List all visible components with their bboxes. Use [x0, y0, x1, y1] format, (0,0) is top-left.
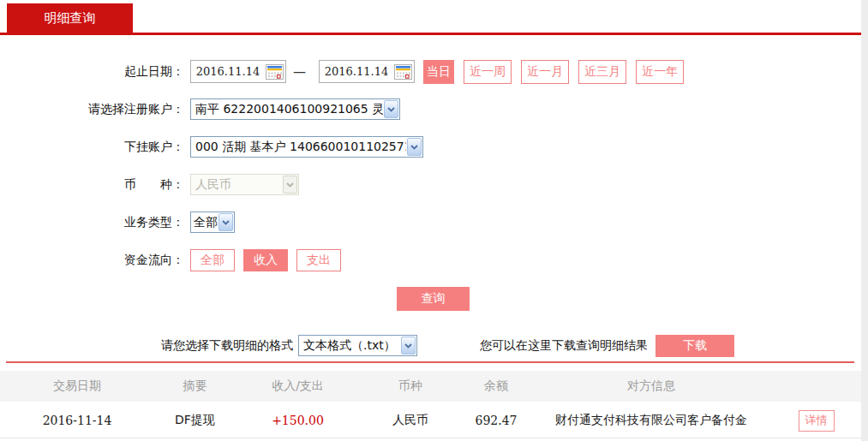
- calendar-icon[interactable]: [393, 63, 413, 80]
- business-type-select[interactable]: 全部: [190, 212, 235, 233]
- form-row-sub-account: 下挂账户： 000 活期 基本户 1406600101102571848: [0, 135, 861, 158]
- business-type-label: 业务类型：: [0, 215, 184, 230]
- cell-counterparty: 财付通支付科技有限公司客户备付金: [531, 413, 771, 428]
- cell-date: 2016-11-14: [0, 414, 154, 427]
- tab-detail-query[interactable]: 明细查询: [7, 3, 133, 33]
- quick-today-button[interactable]: 当日: [423, 60, 454, 84]
- quick-quarter-button[interactable]: 近三月: [578, 60, 626, 84]
- chevron-down-icon: [401, 337, 416, 355]
- sub-account-value: 000 活期 基本户 1406600101102571848: [191, 140, 406, 155]
- chevron-down-icon: [218, 213, 233, 231]
- sub-account-label: 下挂账户：: [0, 140, 184, 155]
- date-from-input[interactable]: 2016.11.14: [190, 60, 286, 83]
- quick-week-button[interactable]: 近一周: [464, 60, 512, 84]
- page: 明细查询 起止日期： 2016.11.14: [0, 0, 868, 441]
- download-format-select[interactable]: 文本格式（.txt）: [298, 335, 417, 356]
- fund-flow-all-button[interactable]: 全部: [190, 249, 235, 271]
- register-account-label: 请选择注册账户：: [0, 102, 184, 117]
- fund-flow-income-button[interactable]: 收入: [243, 249, 288, 271]
- form-row-fund-flow: 资金流向： 全部 收入 支出: [0, 248, 861, 271]
- table-top-divider: [6, 361, 854, 363]
- detail-button[interactable]: 详情: [799, 410, 835, 432]
- content: 明细查询 起止日期： 2016.11.14: [0, 0, 861, 438]
- header-in-out: 收入/支出: [236, 378, 360, 394]
- query-button[interactable]: 查询: [397, 287, 470, 311]
- register-account-select[interactable]: 南平 6222001406100921065 灵通卡: [190, 98, 400, 120]
- scrollbar-track[interactable]: [861, 0, 868, 441]
- business-type-value: 全部: [191, 215, 218, 230]
- header-balance: 余额: [461, 378, 531, 394]
- header-summary: 摘要: [154, 378, 236, 394]
- date-range-label: 起止日期：: [0, 64, 184, 80]
- cell-currency: 人民币: [360, 413, 461, 428]
- download-row: 请您选择下载明细的格式 文本格式（.txt） 您可以在这里下载查询明细结果 下载: [0, 334, 861, 357]
- download-hint: 您可以在这里下载查询明细结果: [480, 338, 648, 354]
- table-header: 交易日期 摘要 收入/支出 币种 余额 对方信息: [0, 371, 861, 402]
- fund-flow-expense-button[interactable]: 支出: [296, 249, 341, 271]
- form-row-register-account: 请选择注册账户： 南平 6222001406100921065 灵通卡: [0, 98, 861, 121]
- tab-bar: 明细查询: [0, 0, 861, 35]
- download-format-label: 请您选择下载明细的格式: [161, 338, 293, 354]
- download-format-value: 文本格式（.txt）: [299, 338, 400, 354]
- currency-value: 人民币: [191, 177, 282, 193]
- chevron-down-icon: [407, 138, 422, 156]
- query-row: 查询: [0, 287, 861, 311]
- chevron-down-icon: [384, 100, 398, 118]
- form-row-currency: 币 种： 人民币: [0, 173, 861, 196]
- header-counterparty: 对方信息: [531, 378, 771, 394]
- header-date: 交易日期: [0, 378, 154, 394]
- fund-flow-label: 资金流向：: [0, 253, 184, 268]
- cell-action: 详情: [771, 410, 861, 432]
- cell-amount: +150.00: [236, 414, 360, 427]
- date-to-value: 2016.11.14: [320, 65, 393, 78]
- chevron-down-icon: [283, 176, 297, 194]
- quick-month-button[interactable]: 近一月: [521, 60, 569, 84]
- cell-balance: 692.47: [461, 414, 531, 427]
- register-account-value: 南平 6222001406100921065 灵通卡: [191, 102, 383, 117]
- form-row-date-range: 起止日期： 2016.11.14: [0, 60, 861, 83]
- calendar-icon[interactable]: [265, 63, 284, 80]
- download-button[interactable]: 下载: [655, 335, 734, 357]
- form-row-business-type: 业务类型： 全部: [0, 211, 861, 234]
- quick-year-button[interactable]: 近一年: [636, 60, 684, 84]
- header-currency: 币种: [360, 378, 461, 394]
- date-separator: —: [293, 64, 306, 80]
- date-from-value: 2016.11.14: [191, 65, 265, 78]
- sub-account-select[interactable]: 000 活期 基本户 1406600101102571848: [190, 136, 423, 158]
- cell-summary: DF提现: [154, 413, 236, 428]
- currency-label: 币 种：: [0, 177, 184, 193]
- table-row: 2016-11-14 DF提现 +150.00 人民币 692.47 财付通支付…: [0, 403, 861, 438]
- currency-select: 人民币: [190, 174, 299, 195]
- date-to-input[interactable]: 2016.11.14: [319, 60, 415, 83]
- query-form: 起止日期： 2016.11.14: [0, 35, 861, 311]
